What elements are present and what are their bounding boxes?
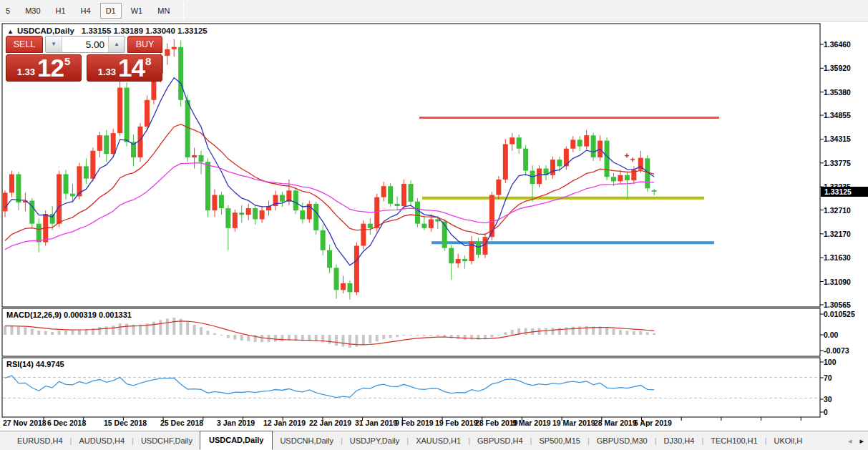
tab-gbpusd-h4[interactable]: GBPUSD,H4 bbox=[470, 433, 530, 449]
price-axis-label: 1.30565 bbox=[824, 300, 851, 309]
timeframe-button-d1[interactable]: D1 bbox=[100, 3, 122, 19]
macd-histogram-bar bbox=[545, 328, 547, 335]
macd-histogram-bar bbox=[193, 325, 196, 335]
candle-body bbox=[239, 212, 244, 215]
candle-body bbox=[388, 186, 393, 204]
macd-histogram-bar bbox=[423, 335, 426, 336]
tab-usdchf-daily[interactable]: USDCHF,Daily bbox=[134, 433, 200, 449]
tab-dj30-h4[interactable]: DJ30,H4 bbox=[657, 433, 702, 449]
macd-histogram-bar bbox=[633, 331, 635, 335]
bid-price-sup: 5 bbox=[64, 55, 70, 67]
candle-body bbox=[577, 140, 582, 146]
candle-body bbox=[313, 204, 318, 230]
bid-quote-button[interactable]: 1.33 12 5 bbox=[6, 54, 82, 82]
timeframe-button-h4[interactable]: H4 bbox=[75, 3, 97, 19]
tab-ukoil-h[interactable]: UKOil,H bbox=[767, 433, 810, 449]
price-axis-label: 1.36460 bbox=[824, 40, 851, 49]
candle-body bbox=[205, 162, 210, 210]
timeframe-button-m30[interactable]: M30 bbox=[19, 3, 46, 19]
date-axis-label: 12 Jan 2019 bbox=[263, 419, 306, 427]
tab-usdcnh-daily[interactable]: USDCNH,Daily bbox=[273, 433, 341, 449]
tab-sp500-m15[interactable]: SP500,M15 bbox=[532, 433, 587, 449]
candle-body bbox=[564, 149, 569, 167]
volume-input[interactable] bbox=[62, 36, 109, 52]
candle-body bbox=[172, 47, 177, 49]
macd-histogram-bar bbox=[17, 327, 20, 335]
macd-histogram-bar bbox=[348, 335, 351, 348]
date-axis-label: 28 Feb 2019 bbox=[475, 419, 518, 427]
buy-button[interactable]: BUY bbox=[127, 36, 162, 53]
macd-histogram-bar bbox=[37, 331, 40, 335]
volume-increase-button[interactable]: ▴ bbox=[109, 36, 125, 52]
candle-body bbox=[111, 133, 116, 154]
candle-body bbox=[327, 250, 332, 268]
macd-histogram-bar bbox=[362, 335, 365, 345]
volume-decrease-button[interactable]: ▾ bbox=[46, 36, 62, 52]
tab-usdcad-daily[interactable]: USDCAD,Daily bbox=[200, 431, 273, 450]
candle-body bbox=[401, 184, 406, 206]
candle-body bbox=[212, 195, 217, 211]
macd-histogram-bar bbox=[613, 329, 615, 335]
rsi-axis-label: 100 bbox=[824, 358, 837, 366]
tab-eurusd-h4[interactable]: EURUSD,H4 bbox=[10, 433, 70, 449]
tab-gbpusd-m30[interactable]: GBPUSD,M30 bbox=[590, 433, 655, 449]
timeframe-button-5[interactable]: 5 bbox=[0, 3, 16, 19]
macd-histogram-bar bbox=[4, 326, 6, 335]
macd-histogram-bar bbox=[152, 322, 155, 335]
macd-histogram-bar bbox=[572, 327, 575, 335]
bid-price-big: 12 bbox=[37, 58, 64, 79]
macd-histogram-bar bbox=[200, 327, 203, 335]
mt4-application: 5M30H1H4D1W1MN ▲USDCAD,Daily1.33155 1.33… bbox=[0, 0, 868, 450]
macd-histogram-bar bbox=[625, 331, 628, 335]
timeframe-button-mn[interactable]: MN bbox=[152, 3, 175, 19]
macd-histogram-bar bbox=[525, 328, 527, 335]
candle-body bbox=[70, 194, 75, 197]
tab-tech100-h1[interactable]: TECH100,H1 bbox=[703, 433, 764, 449]
date-axis-label: 9 Mar 2019 bbox=[512, 419, 551, 427]
candle-body bbox=[570, 140, 575, 148]
macd-histogram-bar bbox=[51, 332, 54, 335]
macd-histogram-bar bbox=[24, 328, 26, 335]
price-axis-label: 1.35380 bbox=[824, 88, 851, 97]
candle-body bbox=[368, 224, 373, 228]
macd-histogram-bar bbox=[186, 322, 189, 335]
candle-body bbox=[334, 268, 339, 290]
macd-histogram-bar bbox=[119, 323, 122, 335]
candle-body bbox=[192, 155, 197, 157]
candle-body bbox=[117, 88, 122, 134]
date-axis-label: 25 Dec 2018 bbox=[160, 419, 203, 427]
current-price-tag: 1.33125 bbox=[821, 187, 868, 197]
date-axis-label: 19 Feb 2019 bbox=[435, 419, 478, 427]
macd-histogram-bar bbox=[10, 326, 13, 335]
chart-canvas[interactable] bbox=[0, 21, 868, 431]
candle-body bbox=[300, 210, 305, 219]
ask-quote-button[interactable]: 1.33 14 8 bbox=[87, 54, 162, 82]
tabs-scroll-left-icon[interactable]: ◂ bbox=[848, 436, 852, 445]
macd-histogram-bar bbox=[44, 331, 47, 335]
macd-histogram-bar bbox=[213, 333, 216, 335]
candle-body bbox=[9, 175, 14, 193]
macd-histogram-bar bbox=[166, 318, 169, 335]
macd-histogram-bar bbox=[58, 331, 61, 335]
sell-button[interactable]: SELL bbox=[6, 36, 43, 53]
candle-body bbox=[652, 190, 657, 192]
tab-xauusd-h1[interactable]: XAUUSD,H1 bbox=[409, 433, 468, 449]
date-axis-label: 9 Feb 2019 bbox=[395, 419, 434, 427]
macd-histogram-bar bbox=[342, 335, 345, 347]
tab-audusd-h4[interactable]: AUDUSD,H4 bbox=[72, 433, 132, 449]
candle-body bbox=[3, 192, 8, 211]
candle-body bbox=[476, 241, 481, 255]
macd-histogram-bar bbox=[125, 324, 128, 335]
macd-histogram-bar bbox=[490, 335, 493, 338]
tab-usdjpy-daily[interactable]: USDJPY,Daily bbox=[343, 433, 407, 449]
macd-histogram-bar bbox=[227, 335, 230, 338]
macd-histogram-bar bbox=[274, 335, 277, 341]
candle-body bbox=[625, 175, 630, 180]
collapse-arrow-icon[interactable]: ▲ bbox=[7, 28, 14, 35]
candle-body bbox=[138, 127, 143, 157]
rsi-indicator-label: RSI(14) 44.9745 bbox=[6, 360, 64, 368]
volume-stepper: ▾ ▴ bbox=[45, 36, 125, 53]
timeframe-button-h1[interactable]: H1 bbox=[50, 3, 72, 19]
timeframe-button-w1[interactable]: W1 bbox=[125, 3, 149, 19]
tabs-scroll-right-icon[interactable]: ▸ bbox=[859, 436, 864, 445]
